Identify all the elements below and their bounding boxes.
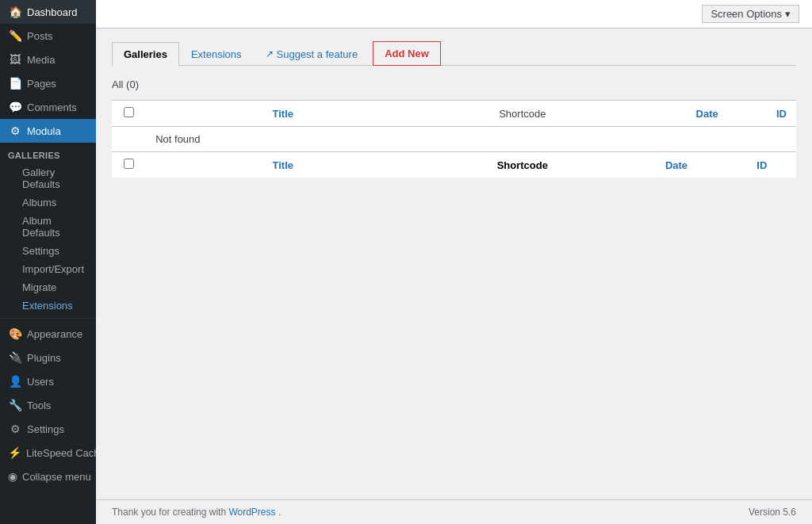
tools-icon: 🔧 [8, 399, 22, 411]
footer-text: Thank you for creating with [112, 507, 228, 518]
footer-period: . [278, 507, 281, 518]
sidebar-item-pages[interactable]: 📄 Pages [0, 71, 96, 95]
table-header-row: Title Shortcode Date ID [112, 101, 796, 127]
sidebar-item-label: Appearance [27, 328, 82, 340]
screen-options-button[interactable]: Screen Options ▾ [702, 5, 799, 23]
not-found-message: Not found [146, 127, 796, 152]
table-footer-title[interactable]: Title [146, 152, 419, 178]
collapse-icon: ◉ [8, 470, 17, 483]
suggest-icon: ↗ [266, 48, 274, 59]
filter-count: (0) [126, 78, 139, 90]
screen-options-label: Screen Options [710, 8, 782, 20]
table-header-shortcode: Shortcode [419, 101, 625, 127]
footer-version: Version 5.6 [749, 507, 796, 518]
sidebar-item-label: Modula [27, 125, 61, 137]
sidebar-item-label: LiteSpeed Cache [26, 447, 96, 459]
table-footer-shortcode: Shortcode [419, 152, 625, 178]
sidebar-item-label: Posts [27, 30, 53, 42]
sidebar-subitem-import-export[interactable]: Import/Export [0, 260, 96, 278]
sidebar-item-label: Comments [27, 101, 77, 113]
sidebar-item-modula[interactable]: ⚙ Modula [0, 119, 96, 143]
tab-extensions[interactable]: Extensions [179, 42, 254, 66]
table-row-not-found: Not found [112, 127, 796, 152]
main-area: Screen Options ▾ Galleries Extensions ↗ … [96, 0, 812, 524]
users-icon: 👤 [8, 375, 22, 388]
modula-icon: ⚙ [8, 124, 22, 137]
sidebar-item-label: Plugins [27, 352, 61, 364]
sidebar-item-settings[interactable]: ⚙ Settings [0, 417, 96, 441]
sidebar-item-users[interactable]: 👤 Users [0, 369, 96, 393]
screen-options-arrow-icon: ▾ [785, 8, 791, 20]
select-all-footer-checkbox[interactable] [124, 159, 134, 169]
sidebar-item-label: Dashboard [27, 6, 78, 18]
table-footer-row: Title Shortcode Date ID [112, 152, 796, 178]
sidebar-item-comments[interactable]: 💬 Comments [0, 95, 96, 119]
table-header-title[interactable]: Title [146, 101, 419, 127]
page-footer: Thank you for creating with WordPress . … [96, 499, 812, 524]
sidebar-item-label: Tools [27, 400, 51, 411]
topbar: Screen Options ▾ [96, 0, 812, 29]
sidebar-item-label: Collapse menu [22, 471, 91, 483]
tab-add-new[interactable]: Add New [373, 41, 441, 66]
comments-icon: 💬 [8, 101, 22, 113]
sidebar-item-label: Media [27, 54, 55, 66]
sidebar-item-media[interactable]: 🖼 Media [0, 48, 96, 71]
select-all-checkbox[interactable] [124, 107, 134, 117]
dashboard-icon: 🏠 [8, 6, 22, 18]
litespeed-icon: ⚡ [8, 446, 21, 459]
tab-galleries[interactable]: Galleries [112, 42, 179, 66]
sidebar-item-label: Settings [27, 423, 64, 435]
sidebar: 🏠 Dashboard ✏️ Posts 🖼 Media 📄 Pages 💬 C… [0, 0, 96, 524]
sidebar-subitem-settings[interactable]: Settings [0, 242, 96, 260]
sidebar-item-plugins[interactable]: 🔌 Plugins [0, 346, 96, 369]
sidebar-subitem-migrate[interactable]: Migrate [0, 278, 96, 296]
tabs-bar: Galleries Extensions ↗ Suggest a feature… [112, 41, 796, 66]
sidebar-subitem-gallery-defaults[interactable]: Gallery Defaults [0, 163, 96, 193]
tab-suggest-label: Suggest a feature [277, 48, 358, 60]
not-found-checkbox-cell [112, 127, 146, 152]
sidebar-item-posts[interactable]: ✏️ Posts [0, 24, 96, 48]
sidebar-item-appearance[interactable]: 🎨 Appearance [0, 322, 96, 346]
plugins-icon: 🔌 [8, 351, 22, 364]
sidebar-item-label: Pages [27, 78, 56, 90]
footer-credit: Thank you for creating with WordPress . [112, 507, 281, 518]
galleries-section-label: Galleries [0, 143, 96, 163]
sidebar-subitem-extensions[interactable]: Extensions [0, 296, 96, 315]
sidebar-subitem-album-defaults[interactable]: Album Defaults [0, 212, 96, 242]
sidebar-subitem-albums[interactable]: Albums [0, 193, 96, 212]
table-footer-date[interactable]: Date [625, 152, 727, 178]
tab-suggest[interactable]: ↗ Suggest a feature [254, 42, 370, 66]
sidebar-item-collapse[interactable]: ◉ Collapse menu [0, 465, 96, 488]
pages-icon: 📄 [8, 77, 22, 90]
table-header-date[interactable]: Date [625, 101, 727, 127]
footer-wordpress-link[interactable]: WordPress [228, 507, 275, 518]
sidebar-item-dashboard[interactable]: 🏠 Dashboard [0, 0, 96, 24]
settings-icon: ⚙ [8, 423, 22, 435]
filter-all-label: All [112, 78, 123, 90]
galleries-table: Title Shortcode Date ID Not found [112, 100, 796, 178]
sidebar-item-litespeed[interactable]: ⚡ LiteSpeed Cache [0, 441, 96, 465]
content-area: Galleries Extensions ↗ Suggest a feature… [96, 29, 812, 499]
sidebar-divider [0, 318, 96, 319]
appearance-icon: 🎨 [8, 327, 22, 340]
sidebar-item-tools[interactable]: 🔧 Tools [0, 393, 96, 417]
media-icon: 🖼 [8, 53, 22, 66]
table-header-id[interactable]: ID [728, 101, 796, 127]
filter-line: All (0) [112, 78, 796, 90]
table-footer-checkbox [112, 152, 146, 178]
posts-icon: ✏️ [8, 29, 22, 42]
table-footer-id[interactable]: ID [728, 152, 796, 178]
table-header-checkbox [112, 101, 146, 127]
sidebar-item-label: Users [27, 376, 54, 388]
